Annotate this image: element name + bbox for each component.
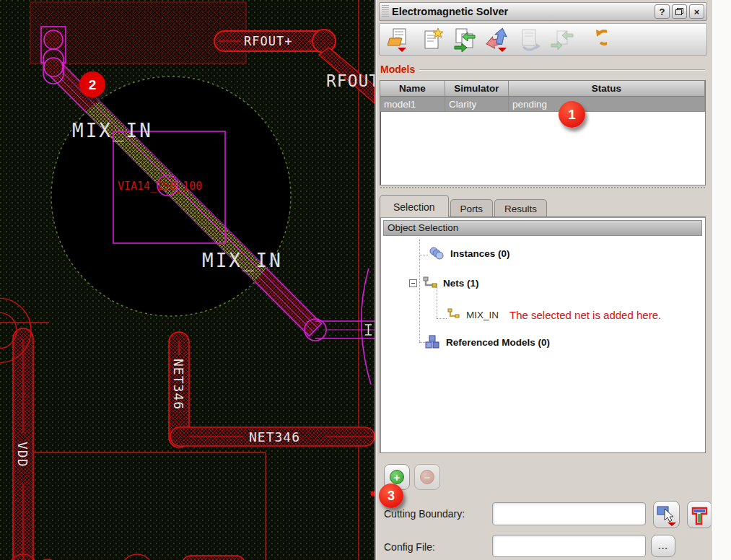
via-label: VIA14_250_100 (118, 180, 202, 193)
tree-item-net-mixin[interactable]: MIX_IN The selected net is added here. (447, 308, 661, 321)
collapse-toggle-icon[interactable] (409, 279, 417, 287)
layout-canvas[interactable]: RFOUT+ RFOUT VIA14_250_10 (0, 0, 375, 560)
config-file-label: Config File: (384, 541, 435, 553)
open-model-icon[interactable] (387, 26, 413, 53)
cell-status: pending (509, 97, 705, 112)
models-section-rule (419, 69, 705, 71)
nets-icon (422, 276, 438, 289)
dialog-titlebar[interactable]: Electromagnetic Solver ? × (379, 2, 707, 21)
instances-icon (428, 246, 445, 261)
tab-results[interactable]: Results (494, 199, 547, 217)
undo-icon[interactable] (582, 26, 608, 53)
remove-object-button: − (414, 464, 440, 490)
selection-panel: Object Selection Instances (0) (380, 216, 706, 453)
object-selection-header: Object Selection (383, 220, 702, 236)
tree-stub (437, 318, 447, 319)
remove-icon: − (420, 470, 434, 484)
net-annotation: The selected net is added here. (509, 309, 661, 321)
tab-bar: Selection Ports Results (380, 193, 548, 217)
column-header-status[interactable]: Status (509, 81, 705, 97)
bottom-trace-stub (182, 556, 245, 560)
net-label-rfout-edge: RFOUT (326, 71, 375, 90)
application-window: RFOUT+ RFOUT VIA14_250_10 (0, 0, 731, 560)
referenced-models-icon (424, 334, 441, 350)
browse-config-button[interactable]: ... (651, 535, 675, 557)
net-label-net346-vertical: NET346 (171, 359, 186, 410)
titlebar-grip[interactable] (382, 5, 389, 18)
tree-item-nets[interactable]: Nets (1) (409, 276, 479, 289)
update-model-icon[interactable] (452, 26, 478, 53)
tree-item-instances[interactable]: Instances (0) (428, 246, 510, 261)
cell-simulator: Clarity (445, 97, 509, 112)
callout-3: 3 (379, 484, 403, 508)
add-icon: + (390, 470, 404, 484)
net-label-vdd: VDD (15, 442, 30, 468)
restore-button[interactable] (672, 4, 687, 19)
browse-label: ... (658, 541, 668, 551)
tree-item-referenced-models[interactable]: Referenced Models (0) (424, 334, 550, 350)
cell-name: model1 (380, 97, 445, 112)
draw-boundary-button[interactable] (687, 501, 712, 528)
em-solver-dialog: Electromagnetic Solver ? × (375, 0, 711, 560)
draw-boundary-icon (689, 503, 711, 526)
page-background-gutter (711, 0, 731, 560)
net-label-mixin-lower: MIX_IN (202, 250, 283, 272)
net-label-mixin-upper: MIX_IN (72, 120, 153, 142)
column-header-simulator[interactable]: Simulator (445, 81, 509, 97)
cutting-boundary-input[interactable] (492, 502, 646, 525)
column-header-name[interactable]: Name (380, 81, 445, 97)
simulate-icon[interactable] (484, 26, 510, 53)
object-selection-tree: Instances (0) Nets (1) (380, 239, 705, 441)
callout-1: 1 (559, 101, 585, 128)
dialog-title: Electromagnetic Solver (392, 6, 655, 17)
export-disabled-icon (517, 26, 543, 53)
models-section-label: Models (380, 64, 415, 75)
select-shape-icon (656, 503, 678, 526)
svg-text:2: 2 (89, 77, 97, 92)
config-file-input[interactable] (492, 535, 646, 557)
net-label-net346-horizontal: NET346 (249, 429, 300, 445)
sync-disabled-icon (549, 26, 575, 53)
net-item-label: MIX_IN (466, 310, 499, 320)
section-splitter[interactable] (380, 187, 705, 190)
help-button[interactable]: ? (655, 4, 670, 19)
restore-icon (675, 8, 683, 15)
tab-selection[interactable]: Selection (380, 195, 449, 217)
net-item-icon (447, 308, 461, 321)
dialog-toolbar (379, 23, 707, 56)
net-label-rfout-plus: RFOUT+ (244, 34, 292, 48)
table-row-model1[interactable]: model1 Clarity pending (380, 97, 705, 112)
close-button[interactable]: × (689, 4, 704, 19)
tree-stub (419, 255, 428, 255)
new-model-icon[interactable] (419, 26, 445, 53)
models-table-header: Name Simulator Status (380, 81, 705, 97)
models-table: Name Simulator Status model1 Clarity pen… (380, 80, 706, 185)
tab-ports[interactable]: Ports (450, 199, 494, 217)
select-shape-button[interactable] (653, 501, 680, 528)
layout-drawing: RFOUT+ RFOUT VIA14_250_10 (0, 0, 375, 560)
cutting-boundary-label: Cutting Boundary: (384, 508, 465, 520)
